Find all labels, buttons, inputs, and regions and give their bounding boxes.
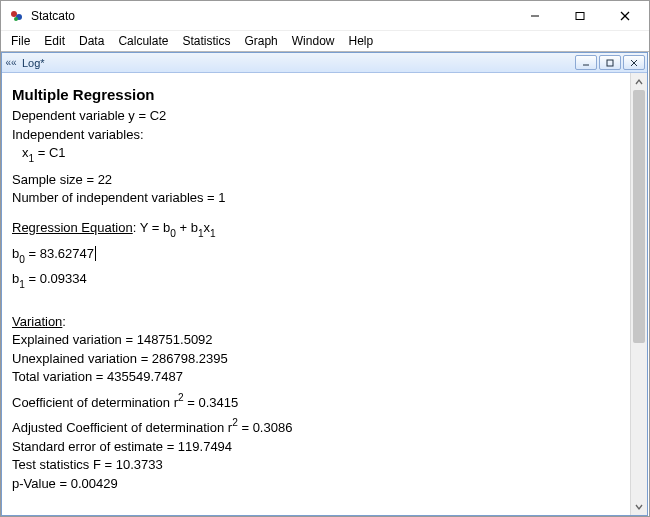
log-window-icon: «« bbox=[4, 57, 18, 68]
b0-value: 83.62747 bbox=[40, 246, 94, 261]
b1-value: 0.09334 bbox=[40, 271, 87, 286]
log-close-button[interactable] bbox=[623, 55, 645, 70]
menu-data[interactable]: Data bbox=[73, 32, 110, 50]
menu-graph[interactable]: Graph bbox=[238, 32, 283, 50]
b1-line: b1 = 0.09334 bbox=[12, 270, 620, 290]
unexplained-variation-line: Unexplained variation = 286798.2395 bbox=[12, 350, 620, 368]
log-window-titlebar[interactable]: «« Log* bbox=[2, 53, 647, 73]
window-title: Statcato bbox=[31, 9, 75, 23]
menubar: File Edit Data Calculate Statistics Grap… bbox=[1, 31, 649, 51]
num-indep-line: Number of independent variables = 1 bbox=[12, 189, 620, 207]
independent-var-1: x1 = C1 bbox=[12, 144, 620, 164]
output-heading: Multiple Regression bbox=[12, 85, 620, 105]
independent-vars-header: Independent variables: bbox=[12, 126, 620, 144]
log-window-title: Log* bbox=[22, 57, 45, 69]
dependent-variable-line: Dependent variable y = C2 bbox=[12, 107, 620, 125]
std-error-value: 119.7494 bbox=[178, 439, 232, 454]
scroll-down-button[interactable] bbox=[631, 498, 647, 515]
mdi-area: «« Log* Multiple Regression Dependent va… bbox=[1, 51, 649, 516]
p-value-value: 0.00429 bbox=[71, 476, 118, 491]
menu-statistics[interactable]: Statistics bbox=[176, 32, 236, 50]
total-variation-line: Total variation = 435549.7487 bbox=[12, 368, 620, 386]
num-indep-value: 1 bbox=[218, 190, 225, 205]
svg-point-0 bbox=[11, 11, 17, 17]
f-statistic-line: Test statistics F = 10.3733 bbox=[12, 456, 620, 474]
scroll-thumb[interactable] bbox=[633, 90, 645, 343]
window-titlebar: Statcato bbox=[1, 1, 649, 31]
log-content[interactable]: Multiple Regression Dependent variable y… bbox=[2, 73, 630, 515]
b0-line: b0 = 83.62747 bbox=[12, 245, 620, 265]
menu-edit[interactable]: Edit bbox=[38, 32, 71, 50]
sample-size-line: Sample size = 22 bbox=[12, 171, 620, 189]
dep-label: Dependent variable y = bbox=[12, 108, 150, 123]
app-icon bbox=[9, 8, 25, 24]
log-minimize-button[interactable] bbox=[575, 55, 597, 70]
menu-window[interactable]: Window bbox=[286, 32, 341, 50]
dep-value: C2 bbox=[150, 108, 167, 123]
svg-point-2 bbox=[14, 17, 18, 21]
explained-variation-line: Explained variation = 148751.5092 bbox=[12, 331, 620, 349]
explained-variation-value: 148751.5092 bbox=[137, 332, 213, 347]
log-window: «« Log* Multiple Regression Dependent va… bbox=[1, 52, 648, 516]
vertical-scrollbar[interactable] bbox=[630, 73, 647, 515]
minimize-button[interactable] bbox=[512, 1, 557, 30]
p-value-line: p-Value = 0.00429 bbox=[12, 475, 620, 493]
menu-calculate[interactable]: Calculate bbox=[112, 32, 174, 50]
r-squared-line: Coefficient of determination r2 = 0.3415 bbox=[12, 392, 620, 412]
adj-r-squared-line: Adjusted Coefficient of determination r2… bbox=[12, 417, 620, 437]
maximize-button[interactable] bbox=[557, 1, 602, 30]
svg-rect-8 bbox=[607, 60, 613, 66]
unexplained-variation-value: 286798.2395 bbox=[152, 351, 228, 366]
variation-header: Variation: bbox=[12, 313, 620, 331]
std-error-line: Standard error of estimate = 119.7494 bbox=[12, 438, 620, 456]
svg-rect-4 bbox=[576, 12, 584, 19]
total-variation-value: 435549.7487 bbox=[107, 369, 183, 384]
close-button[interactable] bbox=[602, 1, 647, 30]
regression-equation-line: Regression Equation: Y = b0 + b1x1 bbox=[12, 219, 620, 239]
text-caret bbox=[95, 246, 96, 261]
scroll-up-button[interactable] bbox=[631, 73, 647, 90]
r-squared-value: 0.3415 bbox=[198, 395, 238, 410]
scroll-track[interactable] bbox=[631, 90, 647, 498]
menu-help[interactable]: Help bbox=[342, 32, 379, 50]
log-maximize-button[interactable] bbox=[599, 55, 621, 70]
adj-r-squared-value: 0.3086 bbox=[253, 420, 293, 435]
sample-size-value: 22 bbox=[98, 172, 112, 187]
log-body: Multiple Regression Dependent variable y… bbox=[2, 73, 647, 515]
f-statistic-value: 10.3733 bbox=[116, 457, 163, 472]
menu-file[interactable]: File bbox=[5, 32, 36, 50]
